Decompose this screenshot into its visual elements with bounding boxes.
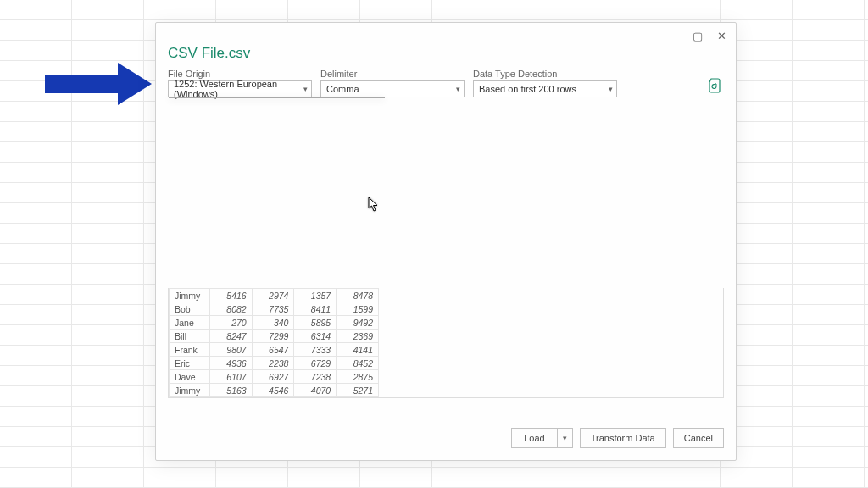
table-cell: 6107	[209, 370, 252, 384]
detection-value: Based on first 200 rows	[479, 84, 576, 94]
table-row: Frank9807654773334141	[170, 343, 379, 357]
table-cell: 2974	[252, 289, 294, 302]
delimiter-select[interactable]: Comma ▾	[320, 80, 465, 97]
cancel-button-label: Cancel	[684, 433, 713, 443]
table-cell: 7238	[294, 370, 337, 384]
delimiter-label: Delimiter	[320, 69, 465, 79]
data-preview: Jimmy5416297413578478Bob8082773584111599…	[168, 288, 724, 398]
detection-select[interactable]: Based on first 200 rows ▾	[473, 80, 617, 97]
table-cell: 7333	[294, 343, 337, 357]
dialog-footer: Load ▾ Transform Data Cancel	[156, 419, 736, 460]
table-cell: 6547	[252, 343, 294, 357]
delimiter-value: Comma	[326, 84, 359, 94]
table-cell: 5163	[209, 384, 252, 397]
table-cell: 4070	[294, 384, 337, 397]
table-cell: 6314	[294, 330, 337, 343]
table-cell: Dave	[170, 370, 210, 384]
table-cell: 1357	[294, 289, 337, 302]
dialog-titlebar: ▢ ✕	[156, 23, 736, 43]
dialog-title: CSV File.csv	[156, 43, 736, 69]
table-cell: 270	[209, 316, 252, 330]
load-button-label: Load	[512, 429, 557, 447]
scroll-up-icon[interactable]: ▴	[373, 97, 384, 98]
transform-button-label: Transform Data	[591, 433, 655, 443]
table-row: Dave6107692772382875	[170, 370, 379, 384]
table-cell: 7299	[252, 330, 294, 343]
table-cell: Jane	[170, 316, 210, 330]
maximize-icon[interactable]: ▢	[690, 28, 705, 43]
table-cell: Bob	[170, 302, 210, 316]
scroll-down-icon[interactable]: ▾	[373, 97, 384, 97]
table-row: Bob8082773584111599	[170, 302, 379, 316]
annotation-arrow	[45, 63, 155, 103]
table-cell: 5416	[209, 289, 252, 302]
table-cell: Jimmy	[170, 384, 210, 397]
table-cell: 7735	[252, 302, 294, 316]
table-cell: 2369	[337, 330, 379, 343]
table-cell: 8452	[337, 357, 379, 370]
table-cell: 340	[252, 316, 294, 330]
table-cell: Frank	[170, 343, 210, 357]
table-cell: 5271	[337, 384, 379, 397]
chevron-down-icon: ▾	[609, 85, 613, 93]
table-cell: 2238	[252, 357, 294, 370]
table-cell: 8411	[294, 302, 337, 316]
table-cell: 4141	[337, 343, 379, 357]
table-cell: Eric	[170, 357, 210, 370]
table-cell: 8082	[209, 302, 252, 316]
detection-label: Data Type Detection	[473, 69, 617, 79]
table-row: Jimmy5163454640705271	[170, 384, 379, 397]
table-row: Jane27034058959492	[170, 316, 379, 330]
table-cell: Bill	[170, 330, 210, 343]
load-dropdown-icon[interactable]: ▾	[558, 429, 572, 447]
table-cell: 8478	[337, 289, 379, 302]
table-row: Jimmy5416297413578478	[170, 289, 379, 302]
table-cell: 5895	[294, 316, 337, 330]
table-cell: 9492	[337, 316, 379, 330]
table-cell: 6927	[252, 370, 294, 384]
table-cell: 4546	[252, 384, 294, 397]
table-row: Eric4936223867298452	[170, 357, 379, 370]
chevron-down-icon: ▾	[456, 85, 460, 93]
chevron-down-icon: ▾	[303, 85, 308, 93]
table-cell: 6729	[294, 357, 337, 370]
file-origin-dropdown: 57011: ISCII Punjabi57004: ISCII Tamil57…	[169, 97, 385, 98]
load-button[interactable]: Load ▾	[511, 428, 572, 448]
table-cell: 1599	[337, 302, 379, 316]
table-cell: 8247	[209, 330, 252, 343]
csv-import-dialog: ▢ ✕ CSV File.csv File Origin 1252: Weste…	[155, 22, 737, 461]
transform-data-button[interactable]: Transform Data	[580, 428, 666, 448]
file-origin-label: File Origin	[168, 69, 312, 79]
table-cell: 9807	[209, 343, 252, 357]
refresh-icon[interactable]	[709, 78, 724, 97]
file-origin-select[interactable]: 1252: Western European (Windows) ▾ 57011…	[168, 80, 312, 97]
cancel-button[interactable]: Cancel	[673, 428, 724, 448]
table-cell: 2875	[337, 370, 379, 384]
table-cell: Jimmy	[170, 289, 210, 302]
table-cell: 4936	[209, 357, 252, 370]
table-row: Bill8247729963142369	[170, 330, 379, 343]
close-icon[interactable]: ✕	[714, 28, 729, 43]
